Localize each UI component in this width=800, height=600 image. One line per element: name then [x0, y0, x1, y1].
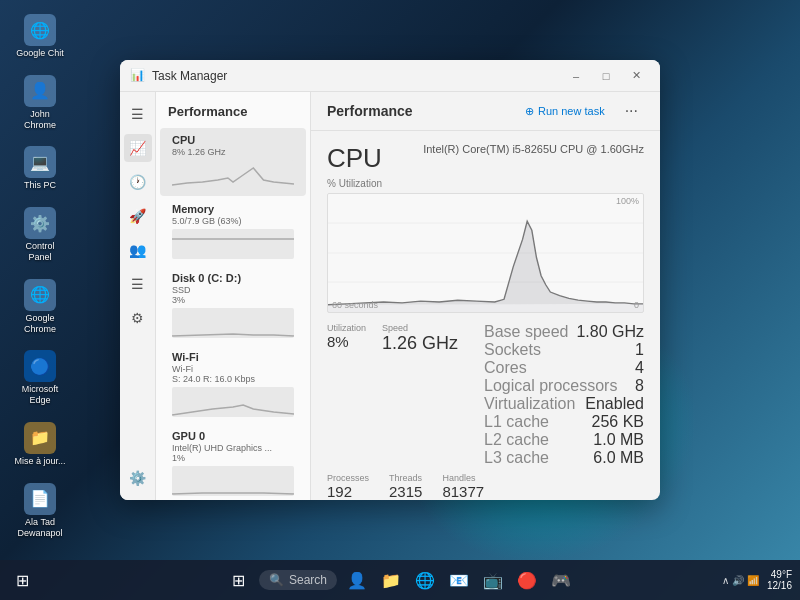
perf-item-gpu-name: GPU 0 [172, 430, 205, 442]
desktop-icon-chrome2[interactable]: 🌐 Google Chrome [10, 275, 70, 339]
tm-sidebar: ☰ 📈 🕐 🚀 👥 ☰ ⚙ ⚙️ [120, 92, 156, 500]
stat-utilization: Utilization 8% [327, 323, 366, 354]
spec-cores: Cores 4 [484, 359, 644, 377]
perf-item-wifi[interactable]: Wi-Fi Wi-FiS: 24.0 R: 16.0 Kbps [160, 345, 306, 423]
speed-value: 1.26 GHz [382, 333, 458, 354]
perf-item-wifi-detail: Wi-FiS: 24.0 R: 16.0 Kbps [172, 364, 294, 384]
media-icon[interactable]: 📺 [479, 566, 507, 594]
processes-value: 192 [327, 483, 369, 500]
utilization-value: 8% [327, 333, 366, 350]
tray-icons: ∧ 🔊 📶 [722, 575, 759, 586]
spec-cores-key: Cores [484, 359, 527, 377]
perf-item-gpu-detail: Intel(R) UHD Graphics ...1% [172, 443, 294, 463]
nav-history-icon[interactable]: 🕐 [124, 168, 152, 196]
utilization-label: Utilization [327, 323, 366, 333]
clock: 49°F 12/16 [767, 569, 792, 591]
edge-taskbar-icon[interactable]: 🌐 [411, 566, 439, 594]
more-options-button[interactable]: ··· [619, 100, 644, 122]
perf-item-memory-header: Memory [172, 203, 294, 215]
cpu-header-row: CPU Intel(R) Core(TM) i5-8265U CPU @ 1.6… [327, 143, 644, 174]
memory-mini-graph [172, 229, 294, 259]
controlpanel-label: Control Panel [14, 241, 66, 263]
cpu-model: Intel(R) Core(TM) i5-8265U CPU @ 1.60GHz [423, 143, 644, 155]
header-actions: ⊕ Run new task ··· [519, 100, 644, 122]
perf-item-gpu-header: GPU 0 [172, 430, 294, 442]
nav-hamburger-icon[interactable]: ☰ [124, 100, 152, 128]
perf-item-memory[interactable]: Memory 5.0/7.9 GB (63%) [160, 197, 306, 265]
doc-label: Ala Tad Dewanapol [14, 517, 66, 539]
perf-item-wifi-name: Wi-Fi [172, 351, 199, 363]
spec-l2-key: L2 cache [484, 431, 549, 449]
chrome2-icon: 🌐 [24, 279, 56, 311]
graph-label-0: 0 [634, 300, 639, 310]
nav-settings-icon[interactable]: ⚙️ [124, 464, 152, 492]
stat-handles: Handles 81377 [442, 473, 484, 500]
close-button[interactable]: ✕ [622, 64, 650, 88]
perf-item-cpu-name: CPU [172, 134, 195, 146]
desktop-icon-control-panel[interactable]: ⚙️ Control Panel [10, 203, 70, 267]
nav-details-icon[interactable]: ☰ [124, 270, 152, 298]
edge-icon: 🔵 [24, 350, 56, 382]
edge-label: Microsoft Edge [14, 384, 66, 406]
search-icon: 🔍 [269, 573, 284, 587]
task-manager-window: 📊 Task Manager – □ ✕ ☰ 📈 🕐 🚀 👥 ☰ ⚙ ⚙️ [120, 60, 660, 500]
perf-item-gpu[interactable]: GPU 0 Intel(R) UHD Graphics ...1% [160, 424, 306, 500]
desktop-icon-edge[interactable]: 🔵 Microsoft Edge [10, 346, 70, 410]
nav-startup-icon[interactable]: 🚀 [124, 202, 152, 230]
spec-l3-key: L3 cache [484, 449, 549, 467]
stat-threads: Threads 2315 [389, 473, 422, 500]
nav-performance-icon[interactable]: 📈 [124, 134, 152, 162]
run-task-button[interactable]: ⊕ Run new task [519, 101, 611, 122]
desktop-icon-doc[interactable]: 📄 Ala Tad Dewanapol [10, 479, 70, 543]
perf-item-wifi-header: Wi-Fi [172, 351, 294, 363]
handles-label: Handles [442, 473, 484, 483]
desktop-icon-this-pc[interactable]: 💻 This PC [10, 142, 70, 195]
processes-label: Processes [327, 473, 369, 483]
desktop-icon-john[interactable]: 👤 John Chrome [10, 71, 70, 135]
date: 12/16 [767, 580, 792, 591]
perf-item-cpu-detail: 8% 1.26 GHz [172, 147, 294, 157]
handles-value: 81377 [442, 483, 484, 500]
desktop-icon-google-chrome[interactable]: 🌐 Google Chit [10, 10, 70, 63]
start-menu-icon[interactable]: ⊞ [225, 566, 253, 594]
desktop: 🌐 Google Chit 👤 John Chrome 💻 This PC ⚙️… [0, 0, 800, 600]
search-bar[interactable]: 🔍 Search [259, 570, 337, 590]
tm-left-panel: Performance CPU 8% 1.26 GHz [156, 92, 311, 500]
cpu-mini-graph [172, 160, 294, 190]
title-bar-title: Task Manager [152, 69, 227, 83]
taskbar: ⊞ ⊞ 🔍 Search 👤 📁 🌐 📧 📺 🔴 🎮 ∧ 🔊 📶 49°F 12… [0, 560, 800, 600]
perf-item-disk[interactable]: Disk 0 (C: D:) SSD3% [160, 266, 306, 344]
perf-item-disk-header: Disk 0 (C: D:) [172, 272, 294, 284]
temperature: 49°F [767, 569, 792, 580]
run-task-label: Run new task [538, 105, 605, 117]
speed-label: Speed [382, 323, 458, 333]
perf-item-disk-detail: SSD3% [172, 285, 294, 305]
tm-right-header: Performance ⊕ Run new task ··· [311, 92, 660, 131]
file-explorer-icon[interactable]: 📁 [377, 566, 405, 594]
start-button[interactable]: ⊞ [8, 566, 36, 594]
nav-users-icon[interactable]: 👥 [124, 236, 152, 264]
minimize-button[interactable]: – [562, 64, 590, 88]
task-view-icon[interactable]: 👤 [343, 566, 371, 594]
spec-logical-key: Logical processors [484, 377, 617, 395]
cpu-detail-area: CPU Intel(R) Core(TM) i5-8265U CPU @ 1.6… [311, 131, 660, 500]
netflix-icon[interactable]: 🔴 [513, 566, 541, 594]
spec-base-speed-val: 1.80 GHz [576, 323, 644, 341]
threads-label: Threads [389, 473, 422, 483]
run-icon: ⊕ [525, 105, 534, 118]
graph-label-60s: 60 seconds [332, 300, 378, 310]
spec-virt-val: Enabled [585, 395, 644, 413]
desktop-icon-folder[interactable]: 📁 Mise à jour... [10, 418, 70, 471]
mail-icon[interactable]: 📧 [445, 566, 473, 594]
controlpanel-icon: ⚙️ [24, 207, 56, 239]
nav-services-icon[interactable]: ⚙ [124, 304, 152, 332]
perf-item-memory-name: Memory [172, 203, 214, 215]
game-icon[interactable]: 🎮 [547, 566, 575, 594]
cpu-title: CPU [327, 143, 382, 174]
thispc-label: This PC [24, 180, 56, 191]
svg-marker-3 [328, 221, 643, 312]
maximize-button[interactable]: □ [592, 64, 620, 88]
perf-item-cpu[interactable]: CPU 8% 1.26 GHz [160, 128, 306, 196]
spec-l1-key: L1 cache [484, 413, 549, 431]
system-tray[interactable]: ∧ 🔊 📶 [722, 575, 759, 586]
